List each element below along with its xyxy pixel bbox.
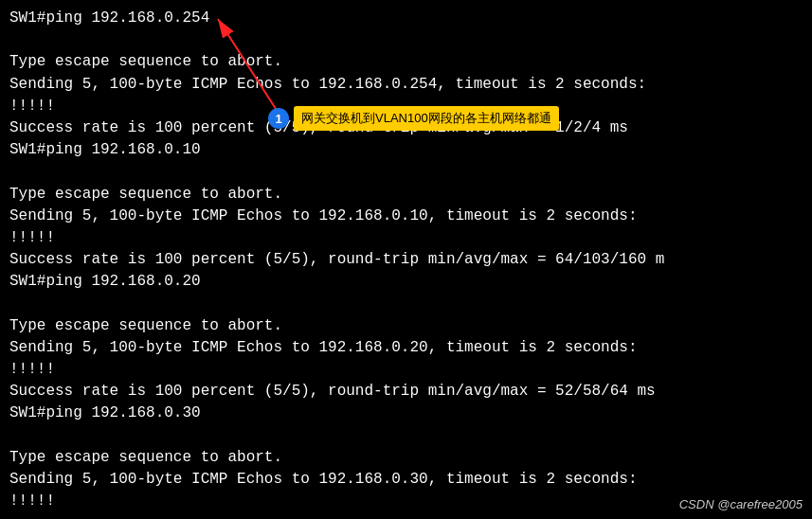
terminal-line: SW1#ping 192.168.0.254 — [9, 8, 803, 29]
terminal-line: Type escape sequence to abort. — [9, 315, 803, 337]
terminal-line: !!!!! — [9, 227, 803, 249]
terminal-line: Sending 5, 100-byte ICMP Echos to 192.16… — [9, 74, 803, 96]
terminal-line: Success rate is 100 percent (5/5), round… — [9, 249, 803, 271]
terminal-line — [9, 425, 803, 447]
terminal-line: Type escape sequence to abort. — [9, 447, 803, 469]
terminal-line: Type escape sequence to abort. — [9, 184, 803, 206]
terminal-line: Success rate is 100 percent (5/5), round… — [9, 381, 803, 403]
terminal-line — [9, 293, 803, 314]
terminal-content: SW1#ping 192.168.0.254 Type escape seque… — [9, 8, 803, 512]
terminal-line: Sending 5, 100-byte ICMP Echos to 192.16… — [9, 469, 803, 491]
terminal-line: Sending 5, 100-byte ICMP Echos to 192.16… — [9, 337, 803, 359]
terminal-line: SW1#ping 192.168.0.10 — [9, 139, 803, 161]
terminal-line: !!!!! — [9, 96, 803, 117]
terminal-line: Type escape sequence to abort. — [9, 51, 803, 73]
watermark: CSDN @carefree2005 — [679, 497, 803, 511]
terminal-line: Sending 5, 100-byte ICMP Echos to 192.16… — [9, 206, 803, 227]
terminal-line — [9, 161, 803, 183]
terminal-line: SW1#ping 192.168.0.20 — [9, 271, 803, 293]
terminal-line: !!!!! — [9, 359, 803, 381]
terminal-line — [9, 29, 803, 51]
terminal-line: SW1#ping 192.168.0.30 — [9, 403, 803, 424]
terminal-line: Success rate is 100 percent (5/5), round… — [9, 117, 803, 139]
terminal-window: SW1#ping 192.168.0.254 Type escape seque… — [0, 0, 812, 519]
